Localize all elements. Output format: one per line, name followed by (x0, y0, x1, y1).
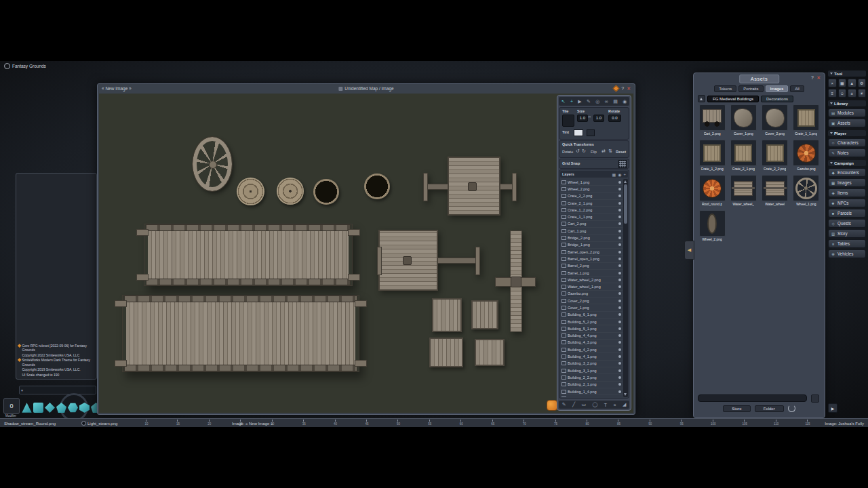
sidebar-item-modules[interactable]: ▤ Modules (828, 108, 866, 117)
layer-visibility-icon[interactable] (618, 237, 621, 239)
tile-preview[interactable] (562, 115, 574, 127)
size-width-field[interactable]: 1.0 (577, 115, 588, 122)
layer-row[interactable]: Building_2_2.png (560, 374, 623, 381)
d8-die[interactable] (45, 403, 55, 413)
layer-row[interactable]: Building_4_3.png (560, 340, 623, 346)
asset-thumbnail[interactable]: Wheel_1.png (791, 175, 821, 206)
breadcrumb-module[interactable]: FG Medieval Buildings (707, 96, 759, 102)
sidebar-item-characters[interactable]: ☺ Characters (828, 138, 866, 147)
refresh-icon[interactable] (788, 405, 795, 412)
reset-button[interactable]: Reset (616, 150, 626, 154)
layer-visibility-icon[interactable] (618, 216, 621, 218)
layer-row[interactable]: Building_1_3.png (560, 395, 623, 397)
d12-die[interactable] (68, 403, 78, 413)
lighting-icon[interactable]: ☀ (858, 89, 867, 98)
asset-search-input[interactable] (698, 394, 807, 402)
barrel-asset[interactable] (277, 178, 304, 205)
layer-visibility-icon[interactable] (618, 202, 621, 205)
line-icon[interactable]: ╱ (572, 402, 575, 407)
help-icon[interactable]: ? (621, 86, 624, 91)
layer-row[interactable]: Building_6_1.png (560, 312, 623, 319)
d10-die[interactable] (56, 403, 66, 413)
close-icon[interactable]: ✕ (627, 86, 631, 92)
layer-visibility-icon[interactable] (618, 292, 621, 295)
layers-tool-icon[interactable]: ▤ (613, 99, 618, 104)
layer-visibility-icon[interactable] (618, 341, 621, 344)
dice-tower-icon[interactable]: ▲ (848, 79, 856, 87)
layer-visibility-icon[interactable] (618, 209, 621, 211)
bridge-asset[interactable] (122, 295, 359, 372)
modifiers-icon[interactable]: ± (848, 89, 856, 98)
sidebar-item-notes[interactable]: ✎ Notes (828, 148, 866, 157)
layer-visibility-icon[interactable] (618, 188, 621, 190)
help-icon[interactable]: ? (811, 75, 814, 80)
close-windows-icon[interactable]: × (828, 79, 837, 87)
pumpkin-token-icon[interactable] (547, 400, 557, 411)
sidebar-expand-arrow[interactable]: ▶ (828, 403, 837, 413)
layer-row[interactable]: Cart_1.png (560, 228, 623, 235)
add-layer-icon[interactable]: + (623, 172, 626, 177)
store-button[interactable]: Store (723, 405, 750, 412)
layer-visibility-icon[interactable] (618, 334, 621, 337)
close-icon[interactable]: ✕ (816, 75, 821, 81)
layer-row[interactable]: Building_5_1.png (560, 325, 623, 332)
layer-visibility-icon[interactable] (618, 327, 621, 330)
layer-visibility-icon[interactable] (618, 300, 621, 302)
circle-icon[interactable]: ◯ (593, 402, 598, 407)
breadcrumb-group[interactable]: Decorations (761, 96, 793, 102)
window-grid-icon[interactable]: ▦ (838, 79, 847, 87)
layer-row[interactable]: Crate_1_2.png (560, 207, 623, 214)
rect-icon[interactable]: ▭ (582, 402, 587, 407)
layer-visibility-icon[interactable] (618, 264, 621, 267)
shard-diamond-icon[interactable] (613, 85, 620, 92)
tracker-icon[interactable]: ≡ (828, 89, 837, 98)
layer-row[interactable]: Crate_1_1.png (560, 214, 623, 220)
grid-icon[interactable]: ▦ (612, 172, 616, 177)
sidebar-item-story[interactable]: ▥ Story (828, 229, 866, 238)
asset-thumbnail[interactable]: Cover_2.png (760, 104, 790, 136)
asset-thumbnail[interactable]: Wheel_2.png (697, 210, 727, 241)
draw-icon[interactable]: ✎ (562, 402, 566, 407)
link-icon[interactable]: ∞ (588, 115, 591, 119)
sidebar-item-quests[interactable]: ◇ Quests (828, 219, 866, 228)
rotate-left-icon[interactable]: ↺ (576, 148, 580, 154)
layer-visibility-icon[interactable] (618, 272, 621, 274)
crate-asset[interactable] (432, 298, 462, 332)
sidebar-item-parcels[interactable]: ■ Parcels (828, 209, 866, 218)
layer-row[interactable]: Water_wheel_2.png (560, 277, 623, 283)
erase-icon[interactable]: × (613, 403, 616, 407)
chat-input[interactable]: ▾ (19, 386, 96, 394)
sidebar-item-npcs[interactable]: ☻ NPCs (828, 199, 866, 207)
pan-tool-icon[interactable]: + (570, 99, 573, 104)
asset-thumbnail[interactable]: Roof_round.p (697, 175, 727, 206)
assets-tab[interactable]: Tokens (714, 85, 736, 92)
water-wheel-asset[interactable] (377, 228, 480, 293)
layer-row[interactable]: Cover_2.png (560, 298, 623, 304)
tool-section-header[interactable]: Tool (828, 70, 866, 77)
layer-visibility-icon[interactable] (618, 230, 621, 232)
layer-visibility-icon[interactable] (618, 258, 621, 260)
d6-die[interactable] (33, 403, 43, 413)
tint-secondary-swatch[interactable] (587, 129, 595, 136)
layer-visibility-icon[interactable] (618, 313, 621, 316)
assets-tab[interactable]: Images (766, 85, 789, 92)
record-tool-icon[interactable]: ◉ (623, 99, 627, 104)
asset-thumbnail[interactable]: Cart_2.png (697, 104, 727, 136)
layer-row[interactable]: Crate_2_2.png (560, 193, 623, 200)
assets-tab[interactable]: All (790, 85, 804, 92)
asset-thumbnail[interactable]: Cover_1.png (728, 104, 758, 136)
assets-tab[interactable]: Portraits (738, 85, 763, 92)
layer-visibility-icon[interactable] (618, 243, 621, 246)
zoom-tool-icon[interactable]: ◎ (595, 99, 599, 104)
layer-row[interactable]: Building_3_1.png (560, 367, 623, 374)
sidebar-item-encounters[interactable]: ◆ Encounters (828, 168, 866, 177)
layer-row[interactable]: Building_3_2.png (560, 361, 623, 367)
campaign-section-header[interactable]: Campaign (828, 160, 866, 166)
flip-horizontal-icon[interactable]: ⇄ (601, 148, 606, 154)
sidebar-collapse-arrow[interactable]: ◀ (684, 241, 694, 260)
layer-row[interactable]: Building_1_4.png (560, 388, 623, 395)
layer-row[interactable]: Gazebo.png (560, 291, 623, 298)
barrel-asset[interactable] (237, 178, 264, 205)
layers-scrollbar[interactable] (623, 179, 628, 397)
layer-visibility-icon[interactable] (618, 348, 621, 351)
